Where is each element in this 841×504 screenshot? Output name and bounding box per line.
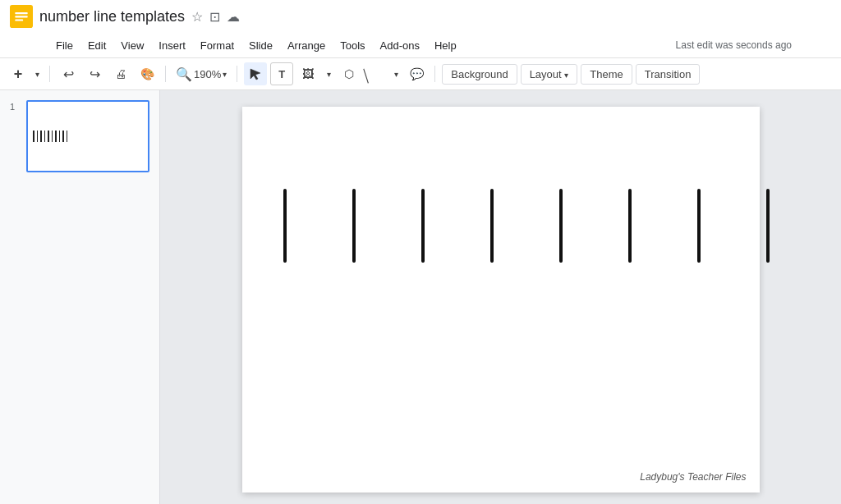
mini-line: [48, 131, 49, 142]
add-button[interactable]: +: [7, 62, 30, 85]
number-line-mark: [559, 189, 563, 263]
number-line-mark: [697, 189, 701, 263]
mini-line: [40, 131, 42, 142]
title-bar: number line templates ☆ ⊡ ☁: [0, 0, 841, 33]
line-dropdown-icon[interactable]: ▾: [390, 62, 402, 85]
mini-line: [62, 131, 64, 142]
shapes-tool-button[interactable]: ⬡: [338, 62, 361, 85]
menu-format[interactable]: Format: [194, 36, 241, 55]
zoom-icon: 🔍: [176, 66, 192, 82]
watermark: Ladybug's Teacher Files: [640, 471, 746, 483]
number-line-mark: [283, 189, 287, 263]
mini-line: [37, 131, 39, 142]
layout-label: Layout: [530, 68, 562, 80]
theme-button[interactable]: Theme: [581, 64, 632, 85]
separator-1: [49, 66, 50, 82]
menu-help[interactable]: Help: [428, 36, 463, 55]
svg-rect-2: [15, 16, 27, 17]
menu-bar: File Edit View Insert Format Slide Arran…: [0, 33, 841, 57]
zoom-arrow[interactable]: ▾: [223, 70, 227, 79]
cursor-icon: [249, 67, 262, 80]
mini-line: [52, 131, 53, 142]
separator-4: [434, 66, 435, 82]
app-logo: [10, 5, 33, 28]
menu-edit[interactable]: Edit: [81, 36, 113, 55]
textbox-tool-button[interactable]: T: [270, 62, 293, 85]
number-line-mark: [490, 189, 494, 263]
doc-title[interactable]: number line templates: [39, 8, 185, 25]
zoom-value[interactable]: 190%: [194, 68, 221, 80]
svg-marker-4: [250, 69, 260, 80]
number-line-container: [275, 189, 760, 263]
mini-line: [59, 131, 61, 142]
number-line-mark: [766, 189, 770, 263]
svg-rect-1: [15, 12, 27, 14]
separator-3: [237, 66, 237, 82]
redo-button[interactable]: ↪: [83, 62, 106, 85]
zoom-control[interactable]: 🔍 190% ▾: [172, 66, 230, 82]
menu-addons[interactable]: Add-ons: [374, 36, 426, 55]
mini-line: [67, 131, 68, 142]
number-line-mark: [628, 189, 632, 263]
main-area: 1 Ladybug's Teacher Files: [0, 90, 841, 504]
toolbar-add-group: + ▾: [7, 62, 43, 85]
cloud-icon[interactable]: ☁: [227, 9, 240, 25]
layout-button[interactable]: Layout ▾: [521, 64, 578, 85]
menu-slide[interactable]: Slide: [242, 36, 279, 55]
number-line-mark: [352, 189, 356, 263]
paint-format-button[interactable]: 🎨: [136, 62, 159, 85]
menu-tools[interactable]: Tools: [333, 36, 371, 55]
line-tool-button[interactable]: ╱: [359, 57, 392, 90]
canvas-area[interactable]: Ladybug's Teacher Files: [160, 90, 841, 504]
menu-arrange[interactable]: Arrange: [281, 36, 332, 55]
number-line-mark: [421, 189, 425, 263]
svg-rect-3: [15, 20, 23, 21]
comment-button[interactable]: 💬: [405, 62, 428, 85]
slide-preview-1[interactable]: [26, 100, 149, 172]
mini-line: [44, 131, 46, 142]
folder-icon[interactable]: ⊡: [209, 9, 220, 25]
last-edit: Last edit was seconds ago: [676, 39, 792, 51]
image-dropdown-icon[interactable]: ▾: [323, 62, 334, 85]
mini-line: [55, 131, 57, 142]
slide-preview-lines: [28, 102, 148, 171]
add-dropdown-icon[interactable]: ▾: [31, 62, 43, 85]
slide-thumbnail-1[interactable]: 1: [7, 97, 153, 176]
image-tool-button[interactable]: 🖼: [296, 62, 319, 85]
menu-file[interactable]: File: [49, 36, 80, 55]
print-button[interactable]: 🖨: [109, 62, 132, 85]
toolbar: + ▾ ↩ ↪ 🖨 🎨 🔍 190% ▾ T 🖼 ▾ ⬡ ╱ ▾ 💬 Backg…: [0, 57, 841, 90]
menu-insert[interactable]: Insert: [152, 36, 192, 55]
background-button[interactable]: Background: [442, 64, 517, 85]
slide-number-1: 1: [10, 100, 21, 112]
star-icon[interactable]: ☆: [191, 9, 203, 25]
menu-view[interactable]: View: [114, 36, 150, 55]
slides-panel: 1: [0, 90, 160, 504]
mini-line: [33, 131, 34, 142]
slide-canvas[interactable]: Ladybug's Teacher Files: [242, 107, 760, 493]
transition-button[interactable]: Transition: [636, 64, 701, 85]
separator-2: [165, 66, 166, 82]
select-tool-button[interactable]: [244, 62, 267, 85]
undo-button[interactable]: ↩: [57, 62, 80, 85]
layout-arrow: ▾: [564, 71, 568, 80]
